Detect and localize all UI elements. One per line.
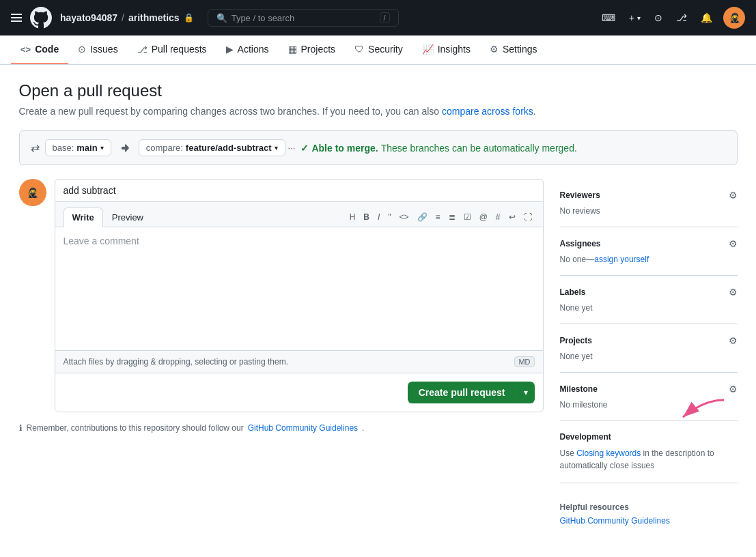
mention-button[interactable]: @	[477, 210, 490, 224]
nav-insights[interactable]: 📈 Insights	[412, 35, 480, 64]
pr-submit-area: Create pull request ▾	[55, 373, 543, 412]
nav-pullrequests[interactable]: ⎇ Pull requests	[128, 35, 216, 64]
comment-editor[interactable]: Leave a comment	[55, 227, 543, 350]
editor-toolbar: H B I " <> 🔗 ≡ ≣ ☑ @ # ↩ ⛶	[347, 210, 535, 224]
helpful-link-value: GitHub Community Guidelines	[560, 516, 738, 526]
bold-button[interactable]: B	[361, 210, 372, 224]
markdown-badge: MD	[514, 356, 534, 367]
hamburger-menu[interactable]	[11, 14, 22, 22]
github-community-guidelines-link[interactable]: GitHub Community Guidelines	[560, 516, 670, 526]
create-pullrequest-button[interactable]: Create pull request	[408, 382, 516, 403]
assignees-gear-icon[interactable]: ⚙	[729, 238, 738, 249]
projects-gear-icon[interactable]: ⚙	[729, 335, 738, 346]
link-button[interactable]: 🔗	[415, 210, 430, 224]
community-guidelines-link[interactable]: GitHub Community Guidelines	[248, 423, 358, 433]
search-bar[interactable]: 🔍 Type / to search /	[208, 9, 399, 27]
terminal-button[interactable]: ⌨	[599, 10, 618, 26]
page-description: Create a new pull request by comparing c…	[19, 106, 738, 117]
repo-link[interactable]: arithmetics	[128, 12, 180, 23]
merge-icon: ⇄	[31, 141, 40, 154]
github-logo-icon[interactable]	[30, 7, 52, 29]
comment-placeholder: Leave a comment	[64, 235, 139, 246]
top-navigation: hayato94087 / arithmetics 🔒 🔍 Type / to …	[0, 0, 756, 35]
milestone-gear-icon[interactable]: ⚙	[729, 384, 738, 395]
pr-notice: ℹ Remember, contributions to this reposi…	[19, 423, 544, 433]
labels-value: None yet	[560, 303, 738, 313]
new-button[interactable]: +▾	[626, 10, 643, 26]
ordered-list-button[interactable]: ≣	[446, 210, 458, 224]
pr-form-wrapper: 🥷 Write Preview H B I " <> 🔗	[19, 179, 544, 412]
settings-icon: ⚙	[490, 44, 499, 55]
heading-button[interactable]: H	[347, 210, 359, 224]
projects-value: None yet	[560, 352, 738, 361]
actions-icon: ▶	[226, 44, 234, 55]
milestone-section: Milestone ⚙ No milestone	[560, 373, 738, 421]
pullrequests-button[interactable]: ⎇	[673, 10, 690, 26]
milestone-value: No milestone	[560, 400, 738, 410]
compare-forks-link[interactable]: compare across forks	[442, 106, 533, 117]
reviewers-title: Reviewers	[560, 190, 600, 200]
assign-yourself-link[interactable]: assign yourself	[594, 255, 649, 264]
fullscreen-button[interactable]: ⛶	[521, 210, 535, 224]
notifications-button[interactable]: 🔔	[698, 10, 715, 26]
task-list-button[interactable]: ☑	[461, 210, 474, 224]
tab-write[interactable]: Write	[64, 208, 103, 227]
editor-tabs: Write Preview H B I " <> 🔗 ≡ ≣ ☑ @	[55, 202, 543, 227]
assignees-value: No one—assign yourself	[560, 255, 738, 264]
base-branch-selector[interactable]: base: main ▾	[45, 139, 111, 156]
code-icon: <>	[20, 44, 31, 55]
page-title: Open a pull request	[19, 81, 738, 100]
pr-sidebar: Reviewers ⚙ No reviews Assignees ⚙ No on…	[560, 179, 738, 537]
main-content: Open a pull request Create a new pull re…	[3, 65, 754, 553]
italic-button[interactable]: I	[375, 210, 382, 224]
helpful-resources-title: Helpful resources	[560, 494, 738, 516]
more-options-icon[interactable]: ···	[288, 143, 296, 153]
compare-chevron-icon: ▾	[275, 144, 278, 152]
base-chevron-icon: ▾	[100, 144, 104, 152]
security-icon: 🛡	[354, 44, 364, 55]
pullrequests-icon: ⎇	[137, 44, 148, 55]
dropdown-chevron-icon: ▾	[524, 388, 528, 397]
labels-gear-icon[interactable]: ⚙	[729, 287, 738, 298]
projects-icon: ▦	[288, 44, 297, 55]
helpful-resources-section: Helpful resources GitHub Community Guide…	[560, 483, 738, 537]
nav-code[interactable]: <> Code	[11, 35, 68, 64]
tab-preview[interactable]: Preview	[103, 208, 152, 227]
closing-keywords-link[interactable]: Closing keywords	[576, 448, 641, 458]
user-avatar-form: 🥷	[19, 179, 46, 206]
code-button[interactable]: <>	[397, 210, 412, 224]
merge-status: ✓ Able to merge. These branches can be a…	[300, 143, 576, 154]
repo-navigation: <> Code ⊙ Issues ⎇ Pull requests ▶ Actio…	[0, 35, 756, 65]
nav-security[interactable]: 🛡 Security	[345, 35, 412, 64]
development-section: Development Use Closing keywords in the …	[560, 421, 738, 483]
nav-issues[interactable]: ⊙ Issues	[68, 35, 127, 64]
reference-button[interactable]: #	[493, 210, 503, 224]
unordered-list-button[interactable]: ≡	[433, 210, 443, 224]
reply-button[interactable]: ↩	[506, 210, 518, 224]
info-icon: ℹ	[19, 423, 23, 433]
compare-branch-selector[interactable]: compare: feature/add-subtract ▾	[139, 139, 285, 156]
branch-comparison-bar: ⇄ base: main ▾ compare: feature/add-subt…	[19, 130, 738, 165]
issues-button[interactable]: ⊙	[652, 10, 665, 26]
search-shortcut: /	[380, 12, 390, 23]
search-icon: 🔍	[216, 13, 227, 23]
development-header: Development	[560, 432, 738, 442]
projects-title: Projects	[560, 336, 592, 345]
nav-actions[interactable]: ▶ Actions	[216, 35, 279, 64]
pr-layout: 🥷 Write Preview H B I " <> 🔗	[19, 179, 738, 537]
breadcrumb: hayato94087 / arithmetics 🔒	[60, 12, 194, 23]
attach-text: Attach files by dragging & dropping, sel…	[64, 357, 289, 367]
user-avatar[interactable]: 🥷	[723, 7, 745, 29]
reviewers-value: No reviews	[560, 206, 738, 216]
reviewers-gear-icon[interactable]: ⚙	[729, 190, 738, 201]
create-pullrequest-dropdown[interactable]: ▾	[516, 382, 535, 403]
projects-header: Projects ⚙	[560, 335, 738, 346]
nav-settings[interactable]: ⚙ Settings	[480, 35, 547, 64]
pr-title-input[interactable]	[55, 180, 543, 202]
nav-actions: ⌨ +▾ ⊙ ⎇ 🔔 🥷	[599, 7, 745, 29]
username-link[interactable]: hayato94087	[60, 12, 117, 23]
quote-button[interactable]: "	[385, 210, 393, 224]
assignees-title: Assignees	[560, 239, 601, 248]
nav-projects[interactable]: ▦ Projects	[279, 35, 346, 64]
pr-form: Write Preview H B I " <> 🔗 ≡ ≣ ☑ @	[55, 179, 544, 412]
